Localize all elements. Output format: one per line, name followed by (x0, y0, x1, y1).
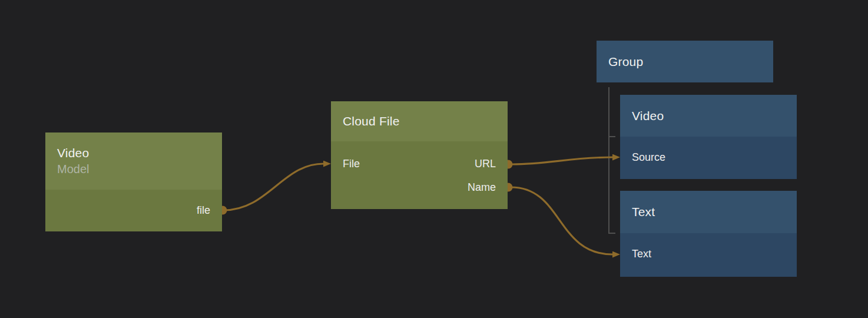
node-header[interactable]: Video Model (45, 132, 222, 190)
node-group[interactable]: Group (597, 41, 773, 82)
input-label-file: File (343, 158, 360, 170)
node-header[interactable]: Group (597, 41, 773, 82)
node-video-model[interactable]: Video Model file (45, 132, 222, 231)
node-group-video[interactable]: Video Source (620, 95, 797, 179)
wire-name-to-text[interactable] (511, 187, 612, 254)
group-tree-line (609, 87, 615, 233)
node-cloud-file[interactable]: Cloud File File URL Name (331, 101, 508, 209)
node-body: File URL Name (331, 141, 508, 209)
node-header[interactable]: Cloud File (331, 101, 508, 141)
input-label-source: Source (632, 151, 665, 164)
input-label-text: Text (632, 248, 651, 260)
node-subtitle: Model (57, 163, 210, 176)
node-graph-canvas[interactable]: Video Model file Cloud File File URL Nam… (0, 0, 868, 318)
wire-file-to-cloudfile[interactable] (224, 164, 323, 210)
node-header[interactable]: Video (620, 95, 797, 137)
port-row-text-input[interactable]: Text (620, 242, 797, 266)
node-title: Cloud File (343, 114, 496, 128)
port-row-name-output[interactable]: Name (331, 175, 508, 199)
output-label-file: file (197, 204, 210, 217)
output-label-url: URL (475, 158, 496, 170)
node-title: Video (632, 109, 785, 123)
node-body: Text (620, 233, 797, 277)
node-group-text[interactable]: Text Text (620, 191, 797, 277)
node-title: Group (608, 55, 761, 69)
port-row-file-output[interactable]: file (45, 198, 222, 222)
node-body: file (45, 190, 222, 231)
port-row-file-url[interactable]: File URL (331, 152, 508, 175)
output-label-name: Name (468, 181, 496, 194)
node-title: Video (57, 146, 210, 160)
node-body: Source (620, 137, 797, 179)
node-title: Text (632, 205, 785, 219)
node-header[interactable]: Text (620, 191, 797, 233)
wire-url-to-source[interactable] (512, 157, 612, 164)
port-row-source-input[interactable]: Source (620, 145, 797, 169)
